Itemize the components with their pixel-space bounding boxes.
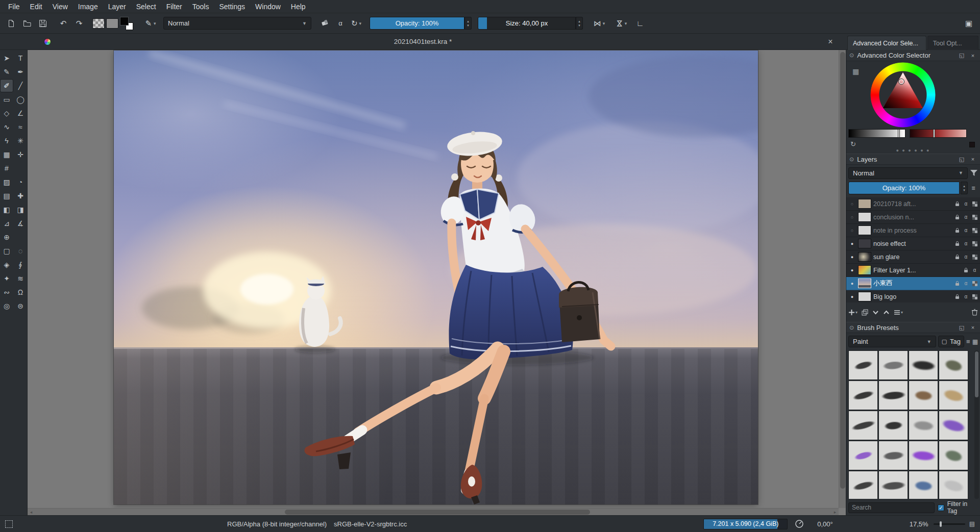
- layer-thumbnail[interactable]: [858, 265, 871, 275]
- list-view-icon[interactable]: ≡: [966, 338, 970, 345]
- layer-thumbnail[interactable]: [858, 239, 871, 248]
- layer-alpha-icon[interactable]: α: [963, 241, 969, 246]
- mirror-vertical-button[interactable]: ⋈▾: [611, 16, 631, 31]
- layer-visibility-icon[interactable]: ○: [848, 215, 856, 220]
- reload-preset-button[interactable]: ↻▾: [349, 16, 363, 31]
- tool-select-contiguous[interactable]: ✦: [0, 272, 13, 285]
- layer-alpha-icon[interactable]: α: [963, 254, 969, 260]
- gradient-chooser[interactable]: [92, 18, 105, 29]
- preserve-alpha-button[interactable]: α: [333, 16, 348, 31]
- layer-opacity-slider[interactable]: Opacity: 100%: [848, 182, 960, 194]
- tab-tool-options[interactable]: Tool Opt...: [927, 36, 978, 50]
- menu-file[interactable]: File: [3, 2, 25, 12]
- canvas-horizontal-scrollbar[interactable]: ◂ ▸: [28, 508, 839, 515]
- canvas-area[interactable]: ◂ ▸: [28, 50, 846, 515]
- layer-opacity-spinner[interactable]: ▴▾: [961, 182, 968, 194]
- mirror-horizontal-button[interactable]: ⋈▾: [589, 16, 609, 31]
- trim-canvas-button[interactable]: ∟: [633, 16, 647, 31]
- brush-preset[interactable]: [939, 350, 968, 380]
- menu-select[interactable]: Select: [131, 2, 161, 12]
- brush-preset[interactable]: [848, 411, 878, 440]
- layer-visibility-icon[interactable]: ○: [848, 201, 856, 207]
- zoom-slider[interactable]: [934, 520, 965, 527]
- layer-row[interactable]: ●小東西α: [846, 277, 980, 290]
- layer-thumbnail[interactable]: [858, 252, 871, 262]
- layer-row[interactable]: ●Filter Layer 1...α: [846, 264, 980, 277]
- filter-in-tag-checkbox[interactable]: ✓: [938, 504, 944, 511]
- tool-select-rectangular[interactable]: ▢: [0, 244, 13, 258]
- add-layer-button[interactable]: ▾: [848, 309, 857, 316]
- save-button[interactable]: [36, 16, 50, 31]
- menu-settings[interactable]: Settings: [214, 2, 250, 12]
- last-color-swatch[interactable]: [969, 142, 975, 147]
- opacity-spinner[interactable]: ▴▾: [464, 17, 472, 30]
- brush-preset[interactable]: [939, 441, 968, 470]
- brush-preset[interactable]: [878, 471, 908, 499]
- brush-preset[interactable]: [939, 381, 968, 410]
- layer-thumbnail[interactable]: [858, 225, 871, 235]
- canvas-vertical-scrollbar-handle[interactable]: [840, 52, 845, 489]
- layer-inherit-alpha-icon[interactable]: [971, 294, 978, 299]
- tool-select-similar[interactable]: ≋: [14, 272, 27, 285]
- brush-preset[interactable]: [848, 381, 878, 410]
- workspace-chooser-button[interactable]: ▣: [962, 16, 976, 31]
- tool-reference-images[interactable]: ⊕: [0, 231, 13, 244]
- tool-dynamic-brush[interactable]: ϟ: [0, 134, 13, 147]
- eraser-mode-button[interactable]: [317, 16, 332, 31]
- tool-fill[interactable]: ◧: [0, 203, 13, 216]
- brush-preset[interactable]: [848, 350, 878, 380]
- layer-visibility-icon[interactable]: ●: [848, 255, 856, 260]
- layer-visibility-icon[interactable]: ●: [848, 241, 856, 246]
- tool-pattern-edit[interactable]: ▤: [0, 189, 13, 202]
- redo-button[interactable]: ↷: [72, 16, 86, 31]
- tool-polyline[interactable]: ∠: [14, 107, 27, 120]
- tool-multibrush[interactable]: ✳: [14, 134, 27, 147]
- tool-calligraphy[interactable]: ✒: [14, 65, 27, 79]
- tool-select-polygonal[interactable]: ◈: [0, 258, 13, 271]
- canvas-vertical-scrollbar[interactable]: [839, 50, 846, 508]
- grid-view-icon[interactable]: ▦: [972, 338, 978, 345]
- brush-preset[interactable]: [878, 381, 908, 410]
- pattern-chooser[interactable]: [106, 18, 118, 29]
- selection-display-icon[interactable]: [5, 520, 13, 528]
- brush-editor-button[interactable]: ✎▾: [139, 16, 162, 31]
- layer-visibility-icon[interactable]: ●: [848, 294, 856, 299]
- zoom-value[interactable]: 17,5%: [910, 520, 928, 528]
- docker-lock-icon[interactable]: ⊙: [849, 156, 854, 163]
- open-document-button[interactable]: [20, 16, 34, 31]
- fg-bg-color-swatch[interactable]: [120, 17, 133, 30]
- layer-options-menu-icon[interactable]: ≡: [969, 185, 978, 192]
- hue-shade-gradient-bar[interactable]: [910, 129, 967, 138]
- layer-blend-mode-combobox[interactable]: Normal ▼: [848, 167, 968, 179]
- layer-row[interactable]: ●noise effectα: [846, 237, 980, 250]
- tool-select-elliptical[interactable]: ◌: [14, 244, 27, 258]
- menu-view[interactable]: View: [47, 2, 73, 12]
- tool-rectangle[interactable]: ▭: [0, 93, 13, 106]
- undo-button[interactable]: ↶: [56, 16, 70, 31]
- move-layer-up-button[interactable]: [883, 309, 890, 316]
- tool-gradient[interactable]: ▨: [0, 175, 13, 189]
- tool-assistants[interactable]: ⊿: [0, 217, 13, 230]
- brush-preset[interactable]: [939, 471, 968, 499]
- float-docker-icon[interactable]: ◱: [958, 156, 966, 163]
- tool-freehand-brush[interactable]: ✐: [0, 79, 13, 92]
- color-wheel[interactable]: [870, 62, 936, 128]
- tool-colorize-mask[interactable]: ◨: [14, 203, 27, 216]
- docker-resize-handle[interactable]: ● ● ● ● ● ●: [846, 148, 980, 153]
- layer-inherit-alpha-icon[interactable]: [971, 255, 978, 260]
- tool-crop[interactable]: #: [0, 162, 13, 175]
- tool-line[interactable]: ╱: [14, 79, 27, 92]
- layer-thumbnail[interactable]: [858, 212, 871, 222]
- tag-button[interactable]: ▢ Tag: [938, 336, 964, 347]
- layer-lock-icon[interactable]: [954, 201, 961, 207]
- menu-window[interactable]: Window: [250, 2, 286, 12]
- layer-inherit-alpha-icon[interactable]: [971, 215, 978, 220]
- brush-search-input[interactable]: [848, 502, 935, 513]
- zoom-mode-icon[interactable]: ▤: [969, 520, 975, 527]
- layer-thumbnail[interactable]: [858, 199, 871, 209]
- tool-polygon[interactable]: ◇: [0, 107, 13, 120]
- layer-alpha-icon[interactable]: α: [963, 281, 969, 286]
- new-document-button[interactable]: [4, 16, 18, 31]
- layer-lock-icon[interactable]: [954, 294, 961, 299]
- layer-row[interactable]: ○conclusion n...α: [846, 211, 980, 224]
